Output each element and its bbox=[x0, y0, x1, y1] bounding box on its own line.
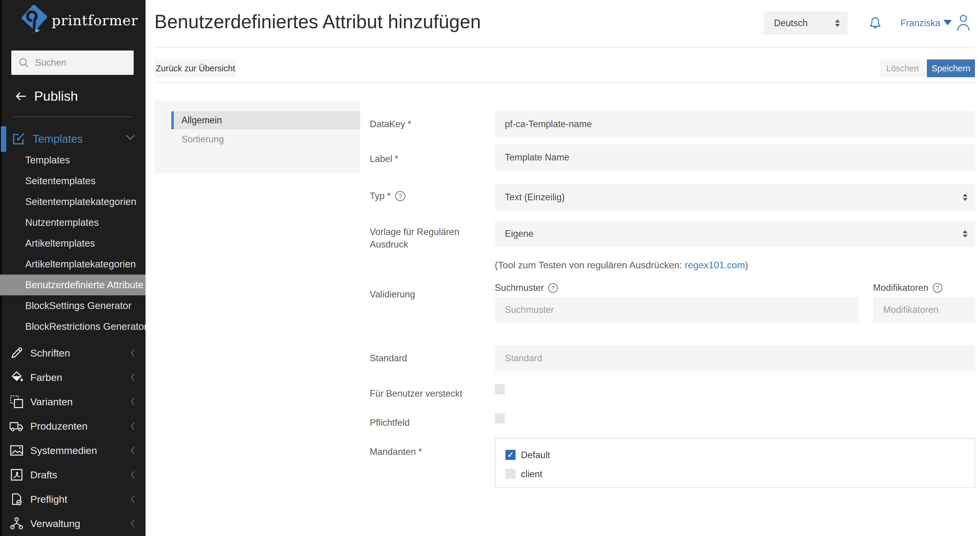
sidebar-group-templates[interactable]: Templates bbox=[0, 126, 145, 152]
sidebar-item-drafts[interactable]: Drafts bbox=[0, 463, 145, 487]
select-stepper-icon bbox=[835, 20, 840, 27]
language-select[interactable]: Deutsch bbox=[764, 11, 848, 35]
mandanten-label: Mandanten * bbox=[370, 447, 422, 457]
chevron-left-icon bbox=[128, 421, 137, 431]
image-icon bbox=[9, 443, 24, 458]
chevron-left-icon bbox=[128, 397, 137, 407]
sidebar-item-artikeltemplatekategorien[interactable]: Artikeltemplatekategorien bbox=[0, 254, 145, 274]
sidebar-item-blocksettings-generator[interactable]: BlockSettings Generator bbox=[0, 295, 145, 316]
sidebar-item-schriften[interactable]: Schriften bbox=[0, 341, 145, 365]
svg-text:?: ? bbox=[936, 284, 939, 291]
group-label-templates: Templates bbox=[33, 133, 83, 145]
sidebar-item-blockrestrictions-generator[interactable]: BlockRestrictions Generator bbox=[0, 316, 145, 337]
edit-icon bbox=[11, 131, 26, 147]
sidebar-item-templates[interactable]: Templates bbox=[0, 150, 145, 171]
delete-button[interactable]: Löschen bbox=[880, 59, 925, 77]
regex-hint: (Tool zum Testen von regulären Ausdrücke… bbox=[495, 260, 748, 271]
mandant-default-checkbox[interactable] bbox=[506, 450, 515, 460]
chevron-left-icon bbox=[128, 494, 137, 504]
chevron-left-icon bbox=[128, 372, 137, 382]
help-circle-icon[interactable]: ? bbox=[547, 282, 558, 294]
arrow-left-icon bbox=[14, 89, 28, 103]
layers-icon bbox=[9, 394, 24, 410]
validierung-label: Validierung bbox=[370, 289, 415, 300]
document-check-icon bbox=[9, 491, 24, 507]
page-title: Benutzerdefiniertes Attribut hinzufügen bbox=[154, 11, 481, 33]
main-content: Benutzerdefiniertes Attribut hinzufügen … bbox=[145, 0, 980, 536]
printformer-logo-icon bbox=[19, 5, 49, 36]
standard-input[interactable] bbox=[495, 345, 975, 372]
save-button[interactable]: Speichern bbox=[927, 59, 975, 77]
sidebar: printformer Publish Templates bbox=[0, 0, 145, 536]
active-group-indicator bbox=[1, 126, 6, 152]
label-field-label: Label * bbox=[370, 154, 399, 164]
org-chart-icon bbox=[9, 516, 24, 531]
sidebar-item-seitentemplatekategorien[interactable]: Seitentemplatekategorien bbox=[0, 191, 145, 212]
back-to-overview-button[interactable]: Zurück zur Übersicht bbox=[154, 59, 236, 77]
suchmuster-input[interactable] bbox=[495, 297, 859, 323]
label-input[interactable] bbox=[495, 144, 975, 171]
required-field-checkbox[interactable] bbox=[495, 413, 505, 423]
tab-sortierung[interactable]: Sortierung bbox=[181, 131, 224, 148]
sidebar-search bbox=[11, 51, 134, 75]
search-icon bbox=[18, 57, 30, 69]
required-field-label: Pflichtfeld bbox=[370, 418, 409, 428]
sidebar-item-benutzerdefinierte-attribute[interactable]: Benutzerdefinierte Attribute bbox=[0, 274, 145, 295]
sidebar-item-systemmedien[interactable]: Systemmedien bbox=[0, 438, 145, 463]
select-stepper-icon bbox=[963, 230, 967, 238]
language-select-value: Deutsch bbox=[774, 18, 808, 29]
pen-icon bbox=[9, 345, 24, 361]
sidebar-item-nutzentemplates[interactable]: Nutzentemplates bbox=[0, 212, 145, 233]
templates-submenu: Templates Seitentemplates Seitentemplate… bbox=[0, 150, 145, 337]
mandant-client-checkbox[interactable] bbox=[506, 469, 515, 479]
search-input[interactable] bbox=[35, 57, 121, 68]
back-nav-publish[interactable]: Publish bbox=[14, 89, 78, 104]
modifikatoren-input[interactable] bbox=[873, 297, 975, 323]
chevron-left-icon bbox=[128, 348, 137, 358]
typ-select[interactable]: Text (Einzeilig) bbox=[495, 184, 975, 211]
hidden-for-user-label: Für Benutzer versteckt bbox=[370, 388, 462, 399]
toolbar-divider bbox=[154, 82, 975, 83]
suchmuster-label: Suchmuster ? bbox=[495, 282, 558, 294]
user-icon[interactable] bbox=[955, 13, 972, 32]
logo: printformer bbox=[19, 5, 138, 36]
chevron-down-icon bbox=[125, 134, 136, 142]
sidebar-item-farben[interactable]: Farben bbox=[0, 365, 145, 389]
sidebar-item-preflight[interactable]: Preflight bbox=[0, 487, 145, 511]
sidebar-divider bbox=[13, 116, 133, 117]
chevron-left-icon bbox=[128, 518, 137, 528]
help-circle-icon[interactable]: ? bbox=[395, 190, 406, 202]
tab-allgemein[interactable]: Allgemein bbox=[171, 112, 360, 129]
svg-text:?: ? bbox=[399, 193, 402, 200]
app-root: printformer Publish Templates bbox=[0, 0, 980, 536]
vorlage-select[interactable]: Eigene bbox=[495, 221, 975, 247]
typ-label: Typ * ? bbox=[370, 190, 406, 202]
paint-bucket-icon bbox=[9, 370, 24, 385]
sidebar-item-artikeltemplates[interactable]: Artikeltemplates bbox=[0, 233, 145, 254]
sidebar-item-varianten[interactable]: Varianten bbox=[0, 389, 145, 414]
mandant-option-client: client bbox=[495, 469, 975, 481]
title-divider bbox=[154, 47, 975, 48]
sidebar-item-seitentemplates[interactable]: Seitentemplates bbox=[0, 171, 145, 191]
pdf-icon bbox=[9, 467, 24, 483]
mandant-option-default: Default bbox=[495, 450, 975, 462]
datakey-input[interactable] bbox=[495, 111, 975, 137]
form-section-nav: Allgemein Sortierung bbox=[154, 101, 360, 174]
caret-down-icon[interactable] bbox=[943, 20, 952, 25]
back-nav-label: Publish bbox=[34, 89, 78, 104]
vorlage-select-value: Eigene bbox=[505, 228, 534, 239]
hidden-for-user-checkbox[interactable] bbox=[495, 384, 505, 394]
logo-text: printformer bbox=[52, 12, 138, 29]
regex101-link[interactable]: regex101.com bbox=[685, 260, 745, 270]
user-name[interactable]: Franziska bbox=[900, 18, 940, 29]
sidebar-item-produzenten[interactable]: Produzenten bbox=[0, 414, 145, 438]
chevron-left-icon bbox=[128, 445, 137, 455]
sidebar-item-verwaltung[interactable]: Verwaltung bbox=[0, 511, 145, 536]
help-circle-icon[interactable]: ? bbox=[932, 282, 943, 294]
sidebar-sections: Schriften Farben Varianten bbox=[0, 341, 145, 536]
vorlage-label: Vorlage für Regulären Ausdruck bbox=[370, 226, 460, 251]
chevron-left-icon bbox=[128, 470, 137, 480]
mandanten-box: Default client bbox=[495, 438, 975, 488]
typ-select-value: Text (Einzeilig) bbox=[505, 192, 565, 203]
bell-icon[interactable] bbox=[866, 13, 884, 33]
